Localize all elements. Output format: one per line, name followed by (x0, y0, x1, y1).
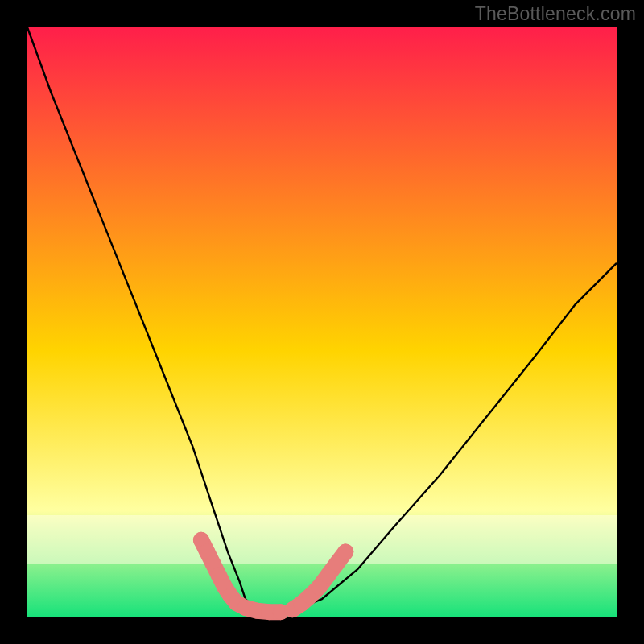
plot-highlight-band (27, 515, 617, 564)
bottleneck-chart-svg (0, 0, 644, 644)
watermark-text: TheBottleneck.com (475, 3, 636, 25)
high-side-cluster-point (337, 543, 353, 559)
chart-container: TheBottleneck.com (0, 0, 644, 644)
